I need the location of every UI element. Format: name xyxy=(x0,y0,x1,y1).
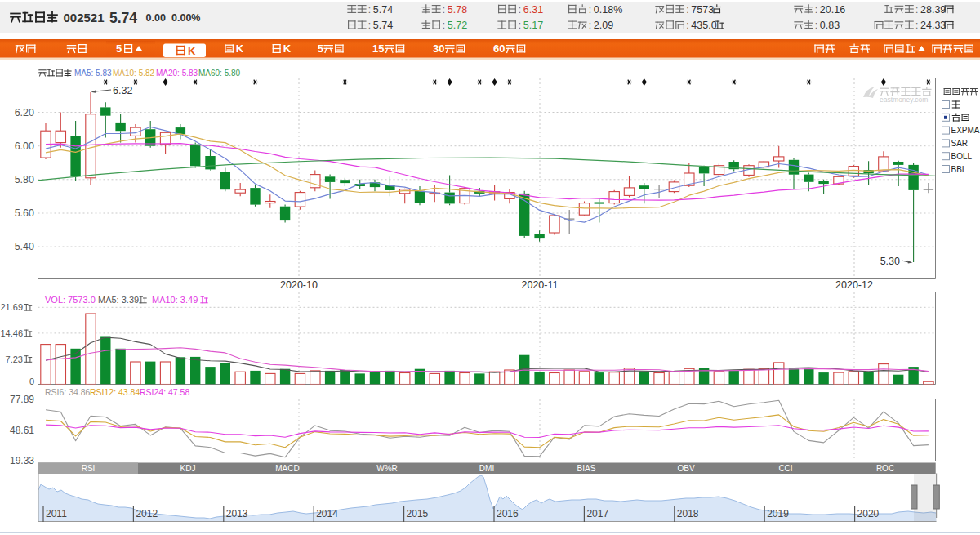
svg-text:5.74: 5.74 xyxy=(373,4,393,16)
svg-text:77.89: 77.89 xyxy=(10,394,34,405)
svg-text:5: 5 xyxy=(116,42,122,55)
svg-text:20.16: 20.16 xyxy=(820,4,845,16)
svg-text::: : xyxy=(915,20,918,31)
svg-text:2015: 2015 xyxy=(407,508,429,519)
svg-text:6.00: 6.00 xyxy=(15,140,34,152)
svg-text::: : xyxy=(686,4,688,16)
svg-text:24.33: 24.33 xyxy=(920,20,946,31)
svg-text:5.40: 5.40 xyxy=(15,241,34,252)
svg-text:BBI: BBI xyxy=(951,165,964,174)
svg-text::: : xyxy=(519,20,521,31)
svg-text:SAR: SAR xyxy=(951,139,969,148)
svg-text:CCI: CCI xyxy=(778,464,792,473)
svg-text:2011: 2011 xyxy=(46,508,67,519)
svg-text:28.39: 28.39 xyxy=(920,4,946,16)
svg-text:BIAS: BIAS xyxy=(577,464,596,473)
svg-text:6.20: 6.20 xyxy=(15,107,34,118)
svg-text:RSI12: 43.84: RSI12: 43.84 xyxy=(90,387,140,397)
svg-text:2018: 2018 xyxy=(677,508,699,519)
svg-text:5: 5 xyxy=(318,42,323,55)
svg-text::: : xyxy=(686,20,688,31)
svg-text:7.23: 7.23 xyxy=(6,354,23,364)
svg-text:RSI6: 34.86: RSI6: 34.86 xyxy=(45,387,91,397)
svg-text::: : xyxy=(815,20,817,31)
svg-text:2020-12: 2020-12 xyxy=(835,279,873,291)
svg-text::: : xyxy=(915,4,918,16)
svg-text:2020-10: 2020-10 xyxy=(280,279,318,291)
svg-text::: : xyxy=(443,20,445,31)
svg-text:2020-11: 2020-11 xyxy=(522,279,559,291)
svg-text::: : xyxy=(519,4,521,16)
svg-text:48.61: 48.61 xyxy=(10,425,34,436)
svg-text::: : xyxy=(443,4,445,16)
svg-text:2013: 2013 xyxy=(226,508,248,519)
svg-text:0.00%: 0.00% xyxy=(172,12,200,24)
svg-text:K: K xyxy=(236,42,244,55)
svg-text:OBV: OBV xyxy=(677,464,694,473)
svg-text:14.46: 14.46 xyxy=(0,328,23,338)
svg-text:MA5: 3.39: MA5: 3.39 xyxy=(98,295,139,305)
svg-text:MA20: 5.83: MA20: 5.83 xyxy=(156,69,198,78)
svg-text:K: K xyxy=(283,42,292,55)
svg-text:ROC: ROC xyxy=(876,464,894,473)
svg-text:0.00: 0.00 xyxy=(146,12,166,24)
svg-text:002521: 002521 xyxy=(64,11,105,25)
svg-text:BOLL: BOLL xyxy=(951,152,973,161)
svg-text:21.69: 21.69 xyxy=(0,302,23,312)
svg-text:MA10: 5.82: MA10: 5.82 xyxy=(113,69,155,78)
svg-text:0.83: 0.83 xyxy=(820,20,840,31)
svg-text:MA5: 5.83: MA5: 5.83 xyxy=(74,69,112,78)
svg-text:5.74: 5.74 xyxy=(373,20,393,31)
svg-text:5.72: 5.72 xyxy=(448,20,467,31)
svg-text:2012: 2012 xyxy=(136,508,158,519)
svg-text:RSI: RSI xyxy=(82,464,96,473)
svg-text:W%R: W%R xyxy=(376,464,398,473)
svg-text:VOL: 7573.0: VOL: 7573.0 xyxy=(45,295,96,305)
svg-text:6.31: 6.31 xyxy=(523,4,543,16)
svg-text::: : xyxy=(589,4,591,16)
svg-text::: : xyxy=(368,4,371,16)
svg-text:5.78: 5.78 xyxy=(448,4,467,16)
svg-text:2016: 2016 xyxy=(497,508,519,519)
svg-text:30: 30 xyxy=(433,42,444,55)
svg-text:5.60: 5.60 xyxy=(15,207,34,219)
svg-text:2019: 2019 xyxy=(767,508,789,519)
svg-text::: : xyxy=(368,20,371,31)
svg-text::: : xyxy=(815,4,817,16)
svg-text:2020: 2020 xyxy=(858,508,880,519)
svg-text:2.09: 2.09 xyxy=(594,20,613,31)
svg-text:RSI24: 47.58: RSI24: 47.58 xyxy=(140,387,189,397)
svg-text:eastmoney.com: eastmoney.com xyxy=(880,96,928,104)
svg-text:5.80: 5.80 xyxy=(15,174,34,185)
svg-text:5.30: 5.30 xyxy=(880,256,900,267)
svg-text:MACD: MACD xyxy=(275,464,299,473)
svg-text:19.33: 19.33 xyxy=(10,455,34,466)
svg-text:0.18%: 0.18% xyxy=(594,4,622,16)
svg-text:KDJ: KDJ xyxy=(180,464,196,473)
svg-text:2014: 2014 xyxy=(316,508,338,519)
svg-text:15: 15 xyxy=(372,42,384,55)
svg-text:7573: 7573 xyxy=(691,4,714,16)
svg-text:435.0: 435.0 xyxy=(691,20,716,31)
svg-text:DMI: DMI xyxy=(479,464,494,473)
svg-text:EXPMA: EXPMA xyxy=(951,126,980,135)
svg-text:60: 60 xyxy=(493,42,505,55)
svg-text:MA60: 5.80: MA60: 5.80 xyxy=(198,69,241,78)
svg-text:6.32: 6.32 xyxy=(113,85,132,96)
svg-text:2017: 2017 xyxy=(586,508,608,519)
svg-text:5.17: 5.17 xyxy=(523,20,543,31)
svg-text:K: K xyxy=(188,45,196,57)
svg-text:MA10: 3.49: MA10: 3.49 xyxy=(152,295,198,305)
svg-text::: : xyxy=(589,20,591,31)
svg-text:5.74: 5.74 xyxy=(109,10,137,26)
svg-text:0: 0 xyxy=(29,377,34,386)
